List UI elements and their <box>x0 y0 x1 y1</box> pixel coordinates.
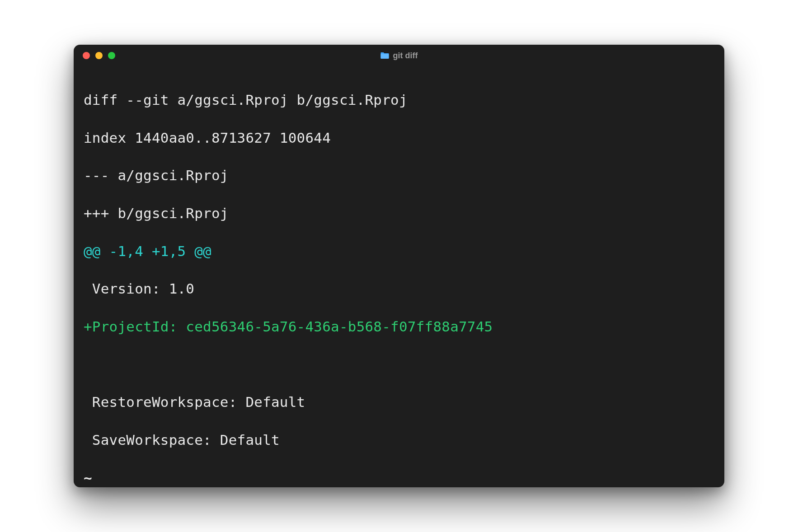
maximize-button[interactable] <box>108 52 115 59</box>
folder-icon <box>380 52 390 59</box>
diff-context-line: RestoreWorkspace: Default <box>84 393 714 412</box>
terminal-window: git diff diff --git a/ggsci.Rproj b/ggsc… <box>74 45 724 487</box>
minimize-button[interactable] <box>95 52 103 59</box>
diff-header-line: diff --git a/ggsci.Rproj b/ggsci.Rproj <box>84 91 714 110</box>
close-button[interactable] <box>83 52 90 59</box>
window-title: git diff <box>380 51 418 61</box>
diff-added-line: +ProjectId: ced56346-5a76-436a-b568-f07f… <box>84 317 714 336</box>
diff-hunk-line: @@ -1,4 +1,5 @@ <box>84 242 714 261</box>
diff-index-line: index 1440aa0..8713627 100644 <box>84 129 714 148</box>
diff-blank-line <box>84 355 714 374</box>
terminal-output[interactable]: diff --git a/ggsci.Rproj b/ggsci.Rproj i… <box>74 66 724 487</box>
traffic-lights <box>83 52 115 59</box>
window-title-text: git diff <box>393 51 418 61</box>
diff-file-a-line: --- a/ggsci.Rproj <box>84 166 714 185</box>
diff-file-b-line: +++ b/ggsci.Rproj <box>84 204 714 223</box>
titlebar: git diff <box>74 45 724 66</box>
diff-context-line: SaveWorkspace: Default <box>84 431 714 450</box>
diff-context-line: Version: 1.0 <box>84 280 714 299</box>
pager-tilde: ~ <box>84 469 714 487</box>
